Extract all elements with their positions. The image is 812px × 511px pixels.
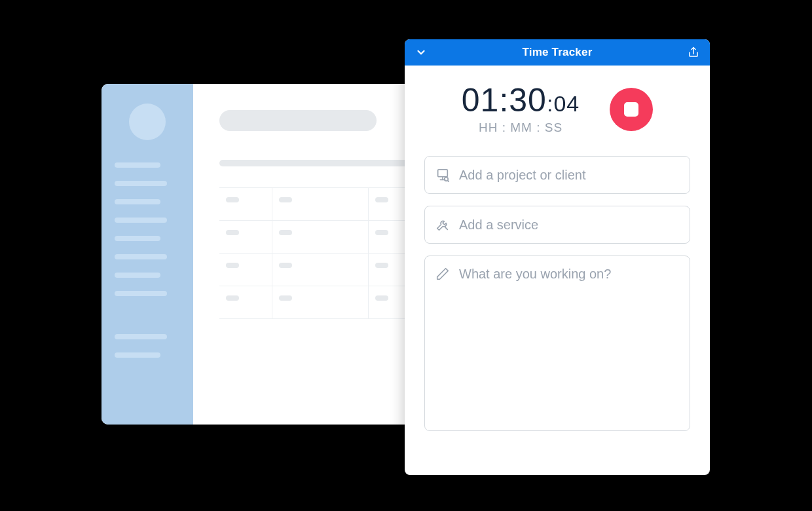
project-field[interactable]	[424, 156, 690, 194]
background-sidebar	[101, 84, 193, 425]
background-nav-item	[115, 218, 167, 223]
background-nav-item	[115, 254, 167, 259]
notes-field[interactable]	[424, 256, 690, 431]
background-nav-item	[115, 181, 167, 186]
svg-line-6	[445, 227, 448, 230]
background-nav-item	[115, 273, 160, 278]
timer-seconds: 04	[553, 91, 580, 116]
background-nav-item	[115, 162, 160, 168]
svg-rect-1	[438, 170, 448, 177]
notes-input[interactable]	[459, 267, 679, 419]
svg-line-5	[448, 180, 449, 181]
share-icon[interactable]	[688, 47, 699, 58]
project-icon	[435, 168, 450, 182]
project-input[interactable]	[459, 168, 679, 183]
pencil-icon	[435, 267, 450, 281]
time-tracker-panel: Time Tracker 01:30:04 HH : MM : SS	[405, 39, 710, 475]
service-icon	[435, 218, 450, 232]
background-nav-item	[115, 334, 167, 339]
stop-icon	[624, 102, 638, 117]
collapse-icon[interactable]	[415, 47, 427, 58]
stop-button[interactable]	[610, 88, 653, 131]
service-field[interactable]	[424, 206, 690, 244]
timer-block: 01:30:04 HH : MM : SS	[462, 84, 580, 135]
background-nav-item	[115, 199, 160, 204]
background-nav-item	[115, 236, 160, 241]
tracker-title: Time Tracker	[523, 46, 593, 59]
background-avatar	[129, 104, 166, 140]
background-nav-item	[115, 291, 167, 296]
service-input[interactable]	[459, 218, 679, 233]
tracker-header: Time Tracker	[405, 39, 710, 66]
background-title-placeholder	[219, 110, 377, 131]
timer-display: 01:30:04	[462, 84, 580, 117]
timer-row: 01:30:04 HH : MM : SS	[405, 66, 710, 142]
background-nav-item	[115, 352, 160, 358]
tracker-fields	[405, 142, 710, 431]
background-nav	[115, 162, 180, 358]
timer-format-label: HH : MM : SS	[462, 121, 580, 135]
timer-main: 01:30	[462, 82, 547, 119]
